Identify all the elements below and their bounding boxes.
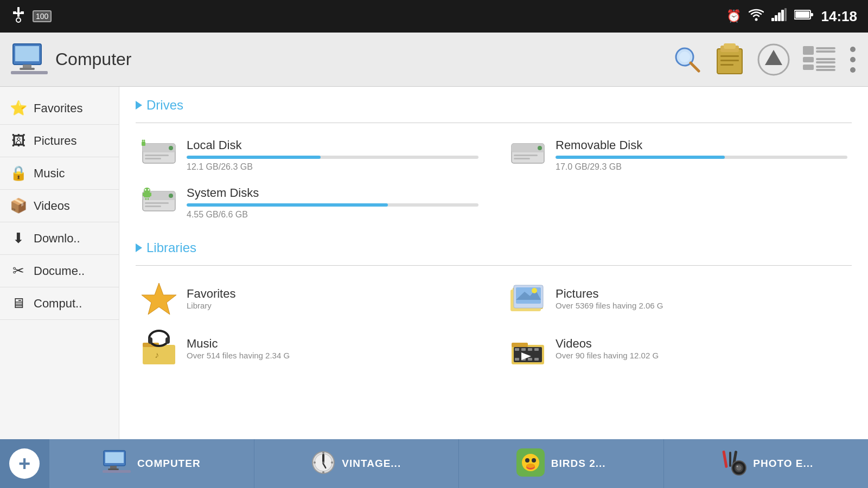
svg-point-63	[145, 189, 146, 191]
navigate-up-button[interactable]	[757, 43, 790, 76]
svg-rect-87	[521, 348, 526, 351]
sidebar-item-label-favorites: Favorites	[34, 101, 82, 115]
svg-rect-68	[145, 198, 146, 200]
taskbar-computer-label: COMPUTER	[137, 458, 201, 470]
svg-rect-46	[145, 158, 161, 159]
svg-rect-35	[816, 66, 835, 68]
clipboard-button[interactable]	[715, 43, 744, 76]
svg-rect-96	[105, 452, 124, 463]
local-disk-fill	[187, 156, 321, 159]
music-library-name: Music	[187, 337, 478, 351]
svg-rect-30	[803, 46, 814, 55]
svg-rect-99	[103, 470, 131, 473]
svg-rect-15	[15, 46, 39, 61]
drives-label: Drives	[146, 98, 183, 113]
svg-rect-102	[322, 454, 324, 463]
sidebar-item-documents[interactable]: ✂ Docume..	[0, 255, 119, 287]
libraries-collapse-icon[interactable]	[136, 243, 142, 252]
svg-point-41	[850, 67, 856, 73]
libraries-section: Libraries Favorites Library	[136, 240, 852, 371]
library-item-favorites[interactable]: Favorites Library	[136, 277, 483, 320]
drive-item-removable[interactable]: Removable Disk 17.0 GB/29.3 GB	[505, 134, 852, 176]
svg-rect-81	[165, 337, 170, 344]
svg-rect-17	[20, 68, 35, 70]
library-item-music[interactable]: ♪ Music Over 514 files having 2.34 G	[136, 325, 483, 371]
svg-rect-77	[143, 345, 175, 364]
sidebar-item-videos[interactable]: 📦 Videos	[0, 190, 119, 222]
svg-point-59	[169, 194, 173, 198]
drive-item-system[interactable]: System Disks 4.55 GB/6.6 GB	[136, 182, 483, 224]
svg-rect-61	[145, 206, 161, 207]
taskbar-item-computer[interactable]: COMPUTER	[49, 439, 254, 488]
svg-rect-18	[11, 71, 48, 74]
removable-disk-progress	[556, 156, 847, 159]
sidebar-item-downloads[interactable]: ⬇ Downlo..	[0, 222, 119, 255]
taskbar-item-vintage[interactable]: VINTAGE...	[254, 439, 459, 488]
videos-icon: 📦	[10, 197, 27, 214]
svg-rect-6	[771, 18, 774, 21]
svg-rect-56	[514, 158, 530, 159]
svg-rect-32	[803, 65, 814, 70]
svg-rect-50	[142, 141, 143, 142]
status-right: ⏰	[726, 8, 858, 25]
svg-rect-116	[729, 452, 731, 467]
videos-library-icon	[509, 330, 547, 367]
music-library-icon: ♪	[140, 330, 178, 367]
sidebar-item-favorites[interactable]: ⭐ Favorites	[0, 92, 119, 125]
svg-rect-27	[720, 64, 733, 66]
taskbar-add-button[interactable]: +	[0, 439, 49, 488]
svg-point-104	[322, 461, 324, 464]
taskbar-photoe-icon	[718, 448, 746, 479]
svg-rect-12	[795, 11, 809, 18]
svg-rect-37	[816, 61, 835, 63]
svg-rect-8	[778, 12, 781, 21]
local-disk-progress	[187, 156, 478, 159]
view-toggle-button[interactable]	[803, 45, 835, 74]
sidebar: ⭐ Favorites 🖼 Pictures 🔒 Music 📦 Videos …	[0, 87, 119, 439]
svg-rect-36	[816, 50, 835, 53]
svg-rect-55	[514, 155, 538, 156]
svg-rect-25	[720, 55, 739, 57]
search-button[interactable]	[673, 45, 702, 74]
drives-grid: Local Disk 12.1 GB/26.3 GB	[136, 134, 852, 224]
music-library-info: Music Over 514 files having 2.34 G	[187, 337, 478, 360]
library-item-videos[interactable]: Videos Over 90 files having 12.02 G	[505, 325, 852, 371]
pictures-library-desc: Over 5369 files having 2.06 G	[556, 301, 847, 310]
drives-collapse-icon[interactable]	[136, 101, 142, 110]
music-library-desc: Over 514 files having 2.34 G	[187, 351, 478, 360]
drives-header: Drives	[136, 98, 852, 117]
taskbar-vintage-label: VINTAGE...	[342, 458, 401, 470]
svg-rect-93	[534, 358, 539, 361]
sidebar-item-music[interactable]: 🔒 Music	[0, 157, 119, 190]
drive-item-local[interactable]: Local Disk 12.1 GB/26.3 GB	[136, 134, 483, 176]
documents-icon: ✂	[10, 262, 27, 279]
svg-point-107	[314, 461, 316, 464]
svg-rect-92	[528, 358, 532, 361]
svg-rect-97	[110, 466, 117, 468]
sidebar-item-pictures[interactable]: 🖼 Pictures	[0, 125, 119, 157]
more-options-button[interactable]	[848, 45, 857, 74]
svg-marker-29	[765, 50, 782, 65]
svg-text:♪: ♪	[155, 350, 159, 359]
svg-rect-66	[143, 192, 144, 196]
favorites-library-name: Favorites	[187, 287, 478, 301]
sidebar-item-label-documents: Docume..	[34, 264, 85, 278]
svg-rect-24	[724, 43, 736, 49]
status-time: 14:18	[821, 8, 858, 25]
taskbar-item-photoe[interactable]: PHOTO E...	[663, 439, 869, 488]
content-area: Drives	[119, 87, 868, 439]
wifi-icon	[749, 8, 764, 24]
taskbar-photoe-label: PHOTO E...	[753, 458, 813, 470]
svg-point-5	[755, 18, 757, 21]
svg-rect-34	[816, 58, 835, 60]
taskbar-item-birds[interactable]: BIRDS 2...	[458, 439, 663, 488]
videos-library-desc: Over 90 files having 12.02 G	[556, 351, 847, 360]
svg-rect-80	[148, 337, 152, 344]
svg-rect-26	[720, 60, 739, 61]
svg-marker-70	[142, 283, 176, 314]
sidebar-item-label-music: Music	[34, 166, 65, 181]
pictures-library-name: Pictures	[556, 287, 847, 301]
sidebar-item-computer[interactable]: 🖥 Comput..	[0, 287, 119, 320]
library-item-pictures[interactable]: Pictures Over 5369 files having 2.06 G	[505, 277, 852, 320]
removable-disk-info: Removable Disk 17.0 GB/29.3 GB	[556, 138, 847, 172]
